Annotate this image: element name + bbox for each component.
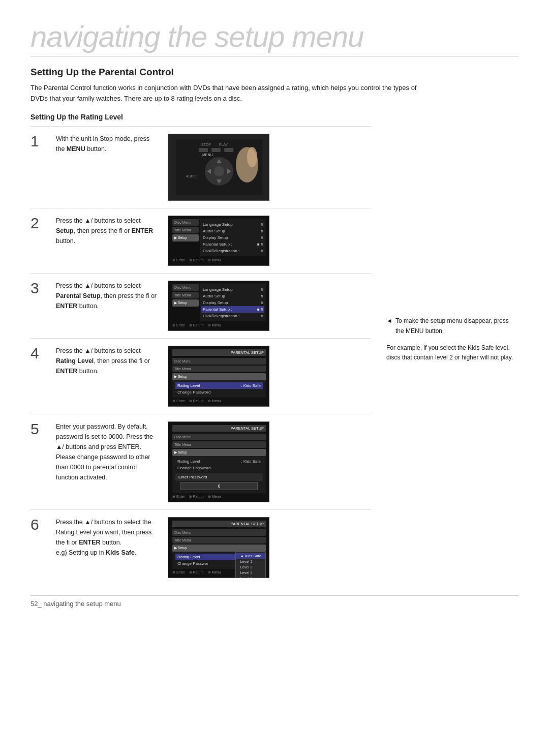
disc-menu-tab-3: Disc Menu xyxy=(172,284,199,291)
step-image-2: Disc Menu Title Menu ▶ Setup Language Se… xyxy=(168,216,269,266)
title-menu-tab-3: Title Menu xyxy=(172,292,199,298)
note-1: ◄ To make the setup menu disappear, pres… xyxy=(386,316,518,336)
page-footer: 52_ navigating the setup menu xyxy=(30,595,518,608)
footer-menu: ⊕ Menu xyxy=(208,258,221,262)
step-image-4: PARENTAL SETUP Disc Menu Title Menu ▶ Se… xyxy=(168,346,269,407)
level2-option: Level 2 xyxy=(236,559,265,564)
step-text-5: Enter your password. By default, passwor… xyxy=(56,421,158,482)
footer-menu-6: ⊕ Menu xyxy=(208,570,221,574)
svg-rect-4 xyxy=(211,148,221,152)
footer-menu-4: ⊕ Menu xyxy=(208,399,221,403)
setup-tab-3: ▶ Setup xyxy=(172,299,199,307)
lang-setup-item: Language Setupfi xyxy=(203,221,263,228)
setup-tab-4: ▶ Setup xyxy=(172,373,266,380)
ps-title-4: PARENTAL SETUP xyxy=(172,349,266,356)
intro-text: The Parental Control function works in c… xyxy=(30,83,417,104)
footer-enter-6: ⊕ Enter xyxy=(172,570,185,574)
change-password-item: Change Password xyxy=(175,389,263,396)
footer-enter-4: ⊕ Enter xyxy=(172,399,185,403)
footer-enter-5: ⊕ Enter xyxy=(172,495,185,499)
section-title: Setting Up the Parental Control xyxy=(30,67,518,78)
step-text-3: Press the ▲/ buttons to select Parental … xyxy=(56,281,158,311)
note-bullet-1: ◄ xyxy=(386,316,392,336)
title-menu-tab: Title Menu xyxy=(172,227,199,233)
note-text-1: To make the setup menu disappear, press … xyxy=(395,316,518,336)
level-dropdown: ▲ Kids Safe Level 2 Level 3 Level 4 Leve… xyxy=(235,552,266,578)
lang-setup-item-3: Language Setupfi xyxy=(203,286,263,293)
svg-text:MENU: MENU xyxy=(202,153,213,157)
ps-title-5: PARENTAL SETUP xyxy=(172,425,266,432)
step-1: 1 With the unit in Stop mode, press the … xyxy=(30,126,371,208)
step-3: 3 Press the ▲/ buttons to select Parenta… xyxy=(30,273,371,338)
step-text-2: Press the ▲/ buttons to select Setup, th… xyxy=(56,216,158,246)
svg-rect-5 xyxy=(224,148,233,152)
step-image-5: PARENTAL SETUP Disc Menu Title Menu ▶ Se… xyxy=(168,421,269,502)
note-text-2: For example, if you select the Kids Safe… xyxy=(386,343,518,362)
step-number-1: 1 xyxy=(30,134,46,149)
level5-option: Level 5 xyxy=(236,576,265,578)
ps-title-6: PARENTAL SETUP xyxy=(172,521,266,527)
level3-option: Level 3 xyxy=(236,564,265,570)
enter-password-label: Enter Password xyxy=(175,473,263,481)
step-number-3: 3 xyxy=(30,281,46,296)
setup-tab-6: ▶ Setup xyxy=(172,545,266,552)
svg-text:STOP: STOP xyxy=(201,143,211,146)
step-text-4: Press the ▲/ buttons to select Rating Le… xyxy=(56,346,158,376)
parental-setup-item-3: Parental Setup :■ fi xyxy=(201,306,264,313)
disc-menu-tab: Disc Menu xyxy=(172,219,199,226)
step-text-1: With the unit in Stop mode, press the ME… xyxy=(56,134,158,154)
step-text-6: Press the ▲/ buttons to select the Ratin… xyxy=(56,517,158,558)
right-notes: ◄ To make the setup menu disappear, pres… xyxy=(386,113,518,585)
audio-setup-item-3: Audio Setupfi xyxy=(203,293,263,299)
footer-enter: ⊕ Enter xyxy=(172,258,185,262)
footer-return: ⊕ Return xyxy=(189,258,204,262)
kids-safe-option: ▲ Kids Safe xyxy=(236,553,265,559)
step-5: 5 Enter your password. By default, passw… xyxy=(30,414,371,509)
footer-enter-3: ⊕ Enter xyxy=(172,323,185,327)
rating-level-item-5: Rating Level: Kids Safe xyxy=(175,458,263,465)
step-number-4: 4 xyxy=(30,346,46,361)
footer-return-4: ⊕ Return xyxy=(189,399,204,403)
step-image-3: Disc Menu Title Menu ▶ Setup Language Se… xyxy=(168,281,269,331)
title-menu-tab-4: Title Menu xyxy=(172,366,266,372)
audio-setup-item: Audio Setupfi xyxy=(203,228,263,234)
footer-return-5: ⊕ Return xyxy=(189,495,204,499)
svg-text:PLAY: PLAY xyxy=(219,143,228,146)
rating-level-item: Rating Level: Kids Safe xyxy=(175,382,263,389)
page-title: navigating the setup menu xyxy=(30,20,518,56)
disc-menu-tab-6: Disc Menu xyxy=(172,529,266,536)
footer-menu-5: ⊕ Menu xyxy=(208,495,221,499)
setup-tab: ▶ Setup xyxy=(172,234,199,241)
steps-container: 1 With the unit in Stop mode, press the … xyxy=(30,126,371,585)
step-2: 2 Press the ▲/ buttons to select Setup, … xyxy=(30,208,371,273)
footer-menu-3: ⊕ Menu xyxy=(208,323,221,327)
parental-setup-item: Parental Setup :■ fi xyxy=(203,241,263,248)
footer-return-6: ⊕ Return xyxy=(189,570,204,574)
svg-text:AUDIO: AUDIO xyxy=(186,174,198,178)
change-password-item-5: Change Password xyxy=(175,465,263,471)
note-2: For example, if you select the Kids Safe… xyxy=(386,343,518,362)
display-setup-item: Display Setupfi xyxy=(203,234,263,241)
step-image-6: PARENTAL SETUP Disc Menu Title Menu ▶ Se… xyxy=(168,517,269,578)
left-steps: Setting Up the Rating Level 1 With the u… xyxy=(30,113,371,585)
step-image-1: STOP PLAY MENU xyxy=(168,134,269,201)
setup-tab-5: ▶ Setup xyxy=(172,449,266,456)
password-input: 0 xyxy=(180,482,258,490)
footer-return-3: ⊕ Return xyxy=(189,323,204,327)
svg-rect-3 xyxy=(199,148,208,152)
step-4: 4 Press the ▲/ buttons to select Rating … xyxy=(30,338,371,414)
svg-point-8 xyxy=(214,166,224,176)
step-number-5: 5 xyxy=(30,421,46,437)
disc-menu-tab-4: Disc Menu xyxy=(172,358,266,365)
step-number-2: 2 xyxy=(30,216,46,231)
divx-item: DivX®/Registration :fi xyxy=(203,248,263,254)
step-number-6: 6 xyxy=(30,517,46,532)
title-menu-tab-5: Title Menu xyxy=(172,441,266,448)
level4-option: Level 4 xyxy=(236,570,265,576)
svg-point-15 xyxy=(247,147,257,167)
sub-section-title: Setting Up the Rating Level xyxy=(30,113,371,121)
divx-item-3: DivX®/Registration :fi xyxy=(203,313,263,319)
step-6: 6 Press the ▲/ buttons to select the Rat… xyxy=(30,509,371,585)
title-menu-tab-6: Title Menu xyxy=(172,537,266,543)
display-setup-item-3: Display Setupfi xyxy=(203,299,263,306)
